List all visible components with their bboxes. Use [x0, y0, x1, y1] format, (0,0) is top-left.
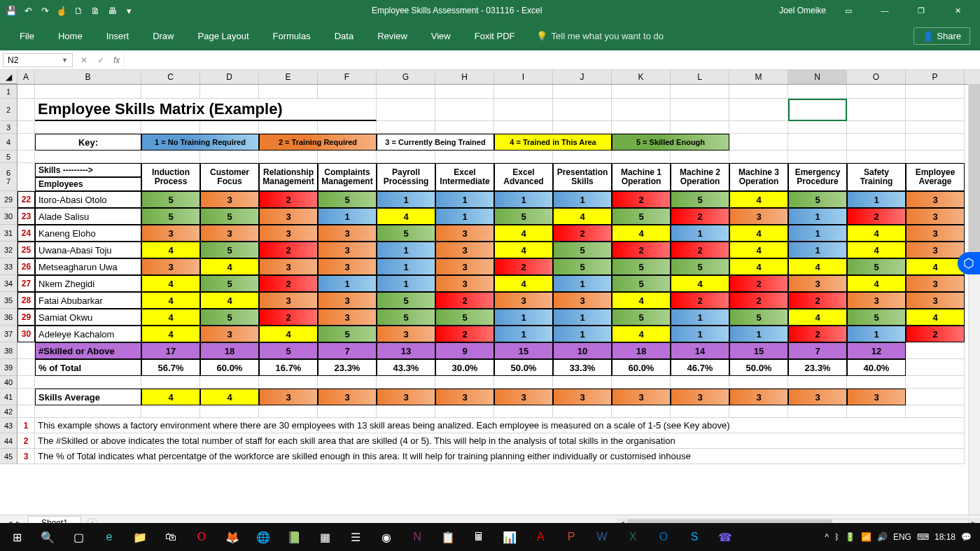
cell[interactable]: [200, 121, 259, 134]
col-header[interactable]: M: [729, 70, 788, 84]
score-cell[interactable]: 4: [494, 275, 553, 292]
score-cell[interactable]: 4: [847, 275, 906, 292]
score-cell[interactable]: 4: [729, 242, 788, 258]
acrobat-icon[interactable]: A: [526, 523, 554, 551]
cell[interactable]: [18, 163, 35, 191]
avg-value[interactable]: 3: [259, 389, 318, 405]
score-cell[interactable]: 3: [259, 225, 318, 242]
tab-review[interactable]: Review: [366, 21, 419, 50]
score-cell[interactable]: 4: [200, 292, 259, 309]
score-cell[interactable]: 1: [494, 191, 553, 208]
cell[interactable]: [906, 151, 965, 163]
score-cell[interactable]: 5: [377, 309, 435, 326]
row-header[interactable]: 5: [0, 151, 18, 163]
tab-file[interactable]: File: [8, 21, 46, 50]
score-cell[interactable]: 1: [377, 242, 435, 258]
col-header[interactable]: B: [35, 70, 141, 84]
cell[interactable]: [729, 151, 788, 163]
cell[interactable]: [377, 151, 435, 163]
cell[interactable]: [553, 121, 612, 134]
cell[interactable]: [18, 85, 35, 99]
tab-page-layout[interactable]: Page Layout: [187, 21, 260, 50]
tray-chevron-icon[interactable]: ^: [825, 532, 829, 542]
employee-average[interactable]: 4: [906, 309, 965, 326]
score-cell[interactable]: 4: [553, 208, 612, 225]
skilled-value[interactable]: 7: [788, 342, 847, 359]
score-cell[interactable]: 1: [318, 275, 377, 292]
cell[interactable]: [18, 376, 35, 389]
skilled-value[interactable]: 15: [729, 342, 788, 359]
score-cell[interactable]: 4: [141, 242, 200, 258]
calculator-icon[interactable]: 🖩: [465, 523, 493, 551]
skilled-value[interactable]: 7: [318, 342, 377, 359]
app-icon[interactable]: ☰: [342, 523, 370, 551]
pct-value[interactable]: 46.7%: [671, 359, 729, 376]
app-icon[interactable]: ▦: [311, 523, 339, 551]
score-cell[interactable]: 1: [671, 326, 729, 342]
cell[interactable]: [553, 85, 612, 99]
wifi-icon[interactable]: 📶: [861, 532, 872, 542]
score-cell[interactable]: 1: [435, 191, 494, 208]
row-header[interactable]: 45: [0, 449, 18, 464]
score-cell[interactable]: 5: [377, 225, 435, 242]
row-header[interactable]: 41: [0, 389, 18, 405]
score-cell[interactable]: 3: [318, 225, 377, 242]
cell[interactable]: [553, 376, 612, 389]
cell[interactable]: [318, 85, 377, 99]
cell[interactable]: [788, 151, 847, 163]
avg-value[interactable]: 3: [494, 389, 553, 405]
score-cell[interactable]: 5: [847, 258, 906, 275]
score-cell[interactable]: 3: [435, 275, 494, 292]
score-cell[interactable]: 2: [494, 258, 553, 275]
tab-insert[interactable]: Insert: [95, 21, 141, 50]
score-cell[interactable]: 3: [494, 292, 553, 309]
employee-average[interactable]: 3: [906, 191, 965, 208]
cell[interactable]: [612, 376, 671, 389]
col-header[interactable]: L: [671, 70, 729, 84]
cell[interactable]: [318, 376, 377, 389]
score-cell[interactable]: 5: [671, 258, 729, 275]
skilled-value[interactable]: 9: [435, 342, 494, 359]
pct-value[interactable]: 16.7%: [259, 359, 318, 376]
cell[interactable]: [788, 85, 847, 99]
score-cell[interactable]: 3: [141, 225, 200, 242]
avg-value[interactable]: 3: [671, 389, 729, 405]
cell[interactable]: [18, 121, 35, 134]
skilled-value[interactable]: 14: [671, 342, 729, 359]
cell[interactable]: [377, 376, 435, 389]
user-name[interactable]: Joel Omeike: [779, 6, 826, 15]
tab-data[interactable]: Data: [323, 21, 365, 50]
cell[interactable]: [18, 405, 35, 418]
cell[interactable]: [200, 85, 259, 99]
avg-value[interactable]: 3: [847, 389, 906, 405]
score-cell[interactable]: 4: [847, 242, 906, 258]
score-cell[interactable]: 5: [435, 309, 494, 326]
cell[interactable]: [494, 405, 553, 418]
score-cell[interactable]: 3: [318, 292, 377, 309]
fx-icon[interactable]: fx: [109, 55, 124, 65]
score-cell[interactable]: 5: [612, 275, 671, 292]
avg-value[interactable]: 3: [435, 389, 494, 405]
app-icon[interactable]: 📊: [496, 523, 524, 551]
viber-icon[interactable]: ☎: [711, 523, 739, 551]
cell[interactable]: [671, 85, 729, 99]
cell[interactable]: [494, 121, 553, 134]
score-cell[interactable]: 4: [788, 309, 847, 326]
col-header[interactable]: P: [906, 70, 965, 84]
minimize-button[interactable]: —: [871, 0, 899, 21]
cell[interactable]: [729, 134, 788, 151]
cell[interactable]: [906, 85, 965, 99]
touch-icon[interactable]: ☝: [56, 5, 67, 16]
cell[interactable]: [141, 85, 200, 99]
score-cell[interactable]: 5: [612, 309, 671, 326]
score-cell[interactable]: 5: [612, 258, 671, 275]
score-cell[interactable]: 4: [200, 258, 259, 275]
avg-value[interactable]: 3: [553, 389, 612, 405]
score-cell[interactable]: 3: [788, 275, 847, 292]
volume-icon[interactable]: 🔊: [877, 532, 888, 542]
edge-icon[interactable]: e: [95, 523, 123, 551]
employee-average[interactable]: 3: [906, 225, 965, 242]
cell[interactable]: [435, 151, 494, 163]
score-cell[interactable]: 1: [847, 191, 906, 208]
score-cell[interactable]: 2: [259, 309, 318, 326]
